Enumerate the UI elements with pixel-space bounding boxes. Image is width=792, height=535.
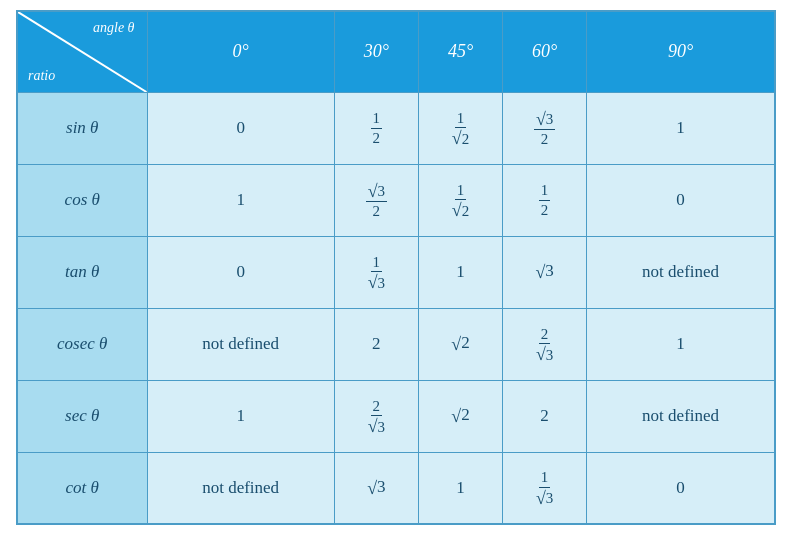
- angle-30: 30°: [334, 11, 418, 93]
- tan-60: √3: [503, 236, 587, 308]
- angle-label: angle θ: [93, 20, 134, 36]
- sec-90: not defined: [587, 380, 775, 452]
- cos-label: cos θ: [17, 164, 147, 236]
- cos-30: √3 2: [334, 164, 418, 236]
- cosec-label: cosec θ: [17, 308, 147, 380]
- trig-table: angle θ ratio 0° 30° 45° 60° 90° sin θ 0…: [16, 10, 776, 526]
- cosec-90: 1: [587, 308, 775, 380]
- cot-label: cot θ: [17, 452, 147, 524]
- cos-90: 0: [587, 164, 775, 236]
- frac-1-sqrt2: 1 √2: [450, 110, 471, 148]
- tan-0: 0: [147, 236, 334, 308]
- frac-1-2-cos: 1 2: [539, 182, 551, 218]
- frac-2-sqrt3-sec: 2 √3: [366, 398, 387, 436]
- tan-30: 1 √3: [334, 236, 418, 308]
- cosec-row: cosec θ not defined 2 √2 2 √3 1: [17, 308, 775, 380]
- cos-60: 1 2: [503, 164, 587, 236]
- cosec-60: 2 √3: [503, 308, 587, 380]
- frac-1-sqrt2-cos: 1 √2: [450, 182, 471, 220]
- angle-45: 45°: [418, 11, 502, 93]
- cot-row: cot θ not defined √3 1 1 √3 0: [17, 452, 775, 524]
- sec-label: sec θ: [17, 380, 147, 452]
- sin-45: 1 √2: [418, 92, 502, 164]
- tan-row: tan θ 0 1 √3 1 √3 not defined: [17, 236, 775, 308]
- sin-60: √3 2: [503, 92, 587, 164]
- cos-0: 1: [147, 164, 334, 236]
- frac-1-sqrt3-cot: 1 √3: [534, 469, 555, 507]
- angle-90: 90°: [587, 11, 775, 93]
- frac-sqrt3-2-cos: √3 2: [366, 182, 387, 220]
- cosec-0: not defined: [147, 308, 334, 380]
- cot-30: √3: [334, 452, 418, 524]
- tan-label: tan θ: [17, 236, 147, 308]
- cos-45: 1 √2: [418, 164, 502, 236]
- header-row: angle θ ratio 0° 30° 45° 60° 90°: [17, 11, 775, 93]
- cosec-45: √2: [418, 308, 502, 380]
- ratio-label-diag: ratio: [28, 68, 55, 84]
- frac-sqrt3-2: √3 2: [534, 110, 555, 148]
- cos-row: cos θ 1 √3 2 1 √2 1 2 0: [17, 164, 775, 236]
- sec-30: 2 √3: [334, 380, 418, 452]
- sin-0: 0: [147, 92, 334, 164]
- tan-90: not defined: [587, 236, 775, 308]
- cot-90: 0: [587, 452, 775, 524]
- cot-0: not defined: [147, 452, 334, 524]
- cot-45: 1: [418, 452, 502, 524]
- frac-2-sqrt3: 2 √3: [534, 326, 555, 364]
- sec-45: √2: [418, 380, 502, 452]
- sin-row: sin θ 0 1 2 1 √2 √3 2 1: [17, 92, 775, 164]
- sec-0: 1: [147, 380, 334, 452]
- sin-label: sin θ: [17, 92, 147, 164]
- diagonal-header: angle θ ratio: [17, 11, 147, 93]
- angle-0: 0°: [147, 11, 334, 93]
- sin-30: 1 2: [334, 92, 418, 164]
- frac-1-2: 1 2: [371, 110, 383, 146]
- cot-60: 1 √3: [503, 452, 587, 524]
- frac-1-sqrt3: 1 √3: [366, 254, 387, 292]
- sec-row: sec θ 1 2 √3 √2 2 not defined: [17, 380, 775, 452]
- angle-60: 60°: [503, 11, 587, 93]
- tan-45: 1: [418, 236, 502, 308]
- sin-90: 1: [587, 92, 775, 164]
- sec-60: 2: [503, 380, 587, 452]
- cosec-30: 2: [334, 308, 418, 380]
